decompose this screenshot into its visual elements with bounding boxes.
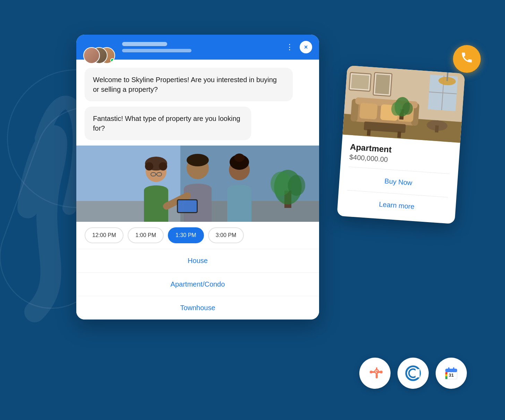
buy-now-button[interactable]: Buy Now [347, 171, 449, 193]
svg-point-7 [159, 162, 167, 170]
svg-rect-69 [445, 374, 447, 376]
people-illustration [76, 146, 319, 222]
svg-point-6 [145, 162, 153, 170]
time-slot-1200[interactable]: 12:00 PM [85, 227, 123, 243]
svg-point-57 [370, 371, 373, 374]
room-illustration [343, 65, 465, 143]
svg-point-21 [288, 175, 305, 196]
header-actions: ⋮ × [286, 41, 312, 53]
message-2-text: Fantastic! What type of property are you… [93, 115, 240, 132]
svg-text:31: 31 [449, 373, 454, 378]
svg-point-12 [187, 154, 209, 166]
avatar-1 [83, 47, 100, 64]
message-2: Fantastic! What type of property are you… [85, 107, 251, 140]
svg-rect-49 [375, 75, 390, 95]
property-type-menu: House Apartment/Condo Townhouse [76, 249, 319, 320]
svg-rect-53 [376, 374, 378, 378]
google-calendar-integration[interactable]: 31 [436, 358, 467, 389]
svg-rect-32 [359, 103, 378, 120]
learn-more-button[interactable]: Learn more [346, 194, 448, 216]
svg-rect-36 [367, 129, 371, 136]
message-1-text: Welcome to Skyline Properties! Are you i… [93, 76, 277, 93]
svg-rect-17 [178, 200, 197, 212]
people-image [76, 146, 319, 222]
chat-image [76, 146, 319, 222]
svg-rect-39 [435, 125, 439, 133]
svg-rect-37 [397, 131, 401, 138]
svg-rect-67 [453, 367, 454, 370]
svg-rect-47 [351, 75, 369, 89]
online-indicator [110, 58, 114, 62]
menu-item-townhouse[interactable]: Townhouse [76, 296, 319, 320]
header-subtitle-placeholder [122, 49, 191, 52]
svg-point-15 [234, 154, 245, 162]
menu-item-house[interactable]: House [76, 249, 319, 273]
property-info: Apartment $400,000.00 Buy Now Learn more [337, 134, 460, 224]
more-options-button[interactable]: ⋮ [286, 43, 294, 52]
header-text-area [122, 42, 282, 52]
time-slot-300[interactable]: 3:00 PM [208, 227, 244, 243]
time-slot-100[interactable]: 1:00 PM [128, 227, 164, 243]
message-1: Welcome to Skyline Properties! Are you i… [85, 68, 293, 101]
svg-rect-66 [448, 367, 450, 370]
time-slot-130[interactable]: 1:30 PM [168, 227, 204, 243]
chat-header: ⋮ × [76, 35, 319, 60]
constant-contact-icon [404, 365, 422, 382]
hubspot-integration[interactable] [359, 358, 391, 389]
constant-contact-integration[interactable] [397, 358, 429, 389]
svg-rect-56 [376, 367, 377, 370]
svg-rect-64 [445, 369, 457, 372]
time-slots-row: 12:00 PM 1:00 PM 1:30 PM 3:00 PM [76, 222, 319, 249]
google-calendar-icon: 31 [443, 365, 460, 382]
phone-call-button[interactable] [453, 45, 481, 73]
phone-icon [460, 51, 473, 67]
header-name-placeholder [122, 42, 167, 46]
close-chat-button[interactable]: × [300, 41, 312, 53]
svg-rect-70 [445, 376, 447, 379]
chat-body: Welcome to Skyline Properties! Are you i… [76, 60, 319, 140]
property-card: Apartment $400,000.00 Buy Now Learn more [337, 65, 465, 224]
hubspot-icon [366, 365, 384, 382]
integrations-row: 31 [359, 358, 467, 389]
chat-window: ⋮ × Welcome to Skyline Properties! Are y… [76, 35, 319, 320]
menu-item-apartment[interactable]: Apartment/Condo [76, 273, 319, 296]
svg-rect-68 [445, 372, 447, 374]
svg-point-58 [380, 371, 383, 374]
property-image [343, 65, 465, 143]
svg-rect-62 [415, 371, 420, 375]
